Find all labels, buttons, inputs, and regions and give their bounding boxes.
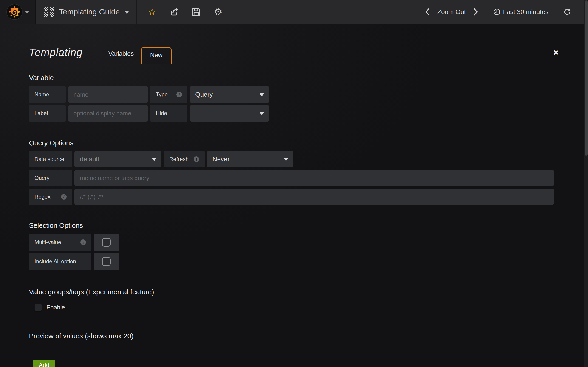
regex-row: Regex i [29, 189, 565, 205]
value-groups-heading: Value groups/tags (Experimental feature) [29, 288, 565, 296]
include-all-row: Include All option [29, 253, 565, 270]
hide-label-text: Hide [156, 110, 167, 117]
regex-label-text: Regex [35, 194, 50, 200]
refresh-select[interactable]: Never [207, 151, 293, 167]
page-title: Templating [21, 46, 101, 58]
templating-form: Variable Name Type i Query Label Hide Qu… [21, 74, 565, 367]
gear-icon: ⚙ [214, 7, 223, 17]
datasource-select-value: default [80, 156, 99, 163]
navbar-actions: ☆ ⚙ [137, 0, 225, 24]
chevron-left-icon [424, 8, 431, 16]
close-icon[interactable]: ✖ [553, 49, 559, 56]
variable-section-heading: Variable [29, 74, 565, 82]
variable-name-row: Name Type i Query [29, 86, 565, 103]
dashboard-grid-icon [44, 7, 54, 17]
include-all-checkbox-container [94, 253, 119, 270]
time-shift-left-button[interactable] [424, 8, 431, 16]
regex-input[interactable] [74, 189, 554, 205]
tab-new[interactable]: New [141, 47, 172, 64]
regex-label: Regex i [29, 189, 72, 205]
multi-value-checkbox-container [94, 234, 119, 251]
enable-checkbox[interactable] [35, 304, 42, 311]
type-select[interactable]: Query [190, 86, 269, 103]
tabs: Variables New [101, 46, 172, 64]
hide-select[interactable] [190, 105, 269, 122]
add-button[interactable]: Add [33, 360, 55, 367]
datasource-row: Data source default Refresh i Never [29, 151, 565, 167]
multi-value-label: Multi-value i [29, 234, 91, 251]
query-options-heading: Query Options [29, 139, 565, 147]
variable-label-row: Label Hide [29, 105, 565, 122]
label-input[interactable] [68, 105, 148, 122]
label-label: Label [29, 105, 66, 122]
refresh-icon [563, 8, 571, 16]
dashboard-title: Templating Guide [59, 8, 120, 16]
settings-button[interactable]: ⚙ [213, 5, 223, 19]
include-all-label: Include All option [29, 253, 91, 270]
navbar-time-controls: Zoom Out Last 30 minutes [424, 0, 588, 24]
title-caret-icon [125, 11, 129, 14]
favorite-star-button[interactable]: ☆ [147, 5, 157, 19]
include-all-checkbox[interactable] [102, 257, 111, 266]
name-input[interactable] [68, 86, 148, 103]
type-select-value: Query [195, 91, 213, 98]
type-label: Type i [150, 86, 187, 103]
datasource-select[interactable]: default [74, 151, 162, 167]
time-range-picker[interactable]: Last 30 minutes [493, 8, 548, 16]
enable-label: Enable [46, 304, 65, 311]
templating-panel: Templating Variables New ✖ Variable Name… [21, 24, 565, 367]
scrollbar-thumb[interactable] [585, 0, 588, 156]
query-row: Query [29, 170, 565, 186]
preview-heading: Preview of values (shows max 20) [29, 332, 565, 340]
zoom-out-button[interactable]: Zoom Out [437, 8, 466, 16]
logo-caret-icon [25, 11, 29, 14]
query-input[interactable] [74, 170, 554, 186]
hide-label: Hide [150, 105, 187, 122]
type-info-icon[interactable]: i [176, 92, 182, 97]
multi-value-info-icon[interactable]: i [80, 240, 86, 245]
multi-value-label-text: Multi-value [35, 239, 61, 245]
grafana-logo-menu[interactable] [0, 0, 36, 24]
star-icon: ☆ [148, 7, 156, 17]
scrollbar-track[interactable] [584, 0, 588, 367]
refresh-button[interactable] [563, 8, 571, 16]
save-icon [191, 7, 201, 17]
time-shift-right-button[interactable] [473, 8, 479, 16]
share-button[interactable] [169, 5, 179, 19]
clock-icon [493, 8, 500, 15]
selection-options-heading: Selection Options [29, 222, 565, 229]
navbar: Templating Guide ☆ ⚙ [0, 0, 588, 24]
share-icon [169, 7, 179, 17]
templating-header: Templating Variables New ✖ [21, 24, 565, 64]
refresh-info-icon[interactable]: i [194, 156, 199, 162]
multi-value-checkbox[interactable] [102, 238, 111, 247]
time-range-label: Last 30 minutes [503, 8, 548, 16]
enable-row: Enable [35, 304, 565, 311]
chevron-right-icon [473, 8, 479, 16]
tab-variables[interactable]: Variables [101, 46, 141, 64]
grafana-logo-icon [6, 4, 23, 20]
name-label: Name [29, 86, 66, 103]
dashboard-title-menu[interactable]: Templating Guide [36, 0, 137, 24]
save-button[interactable] [191, 5, 201, 19]
regex-info-icon[interactable]: i [61, 194, 67, 200]
datasource-label: Data source [29, 151, 72, 167]
refresh-label-text: Refresh [169, 156, 189, 162]
query-label: Query [29, 170, 72, 186]
refresh-label: Refresh i [164, 151, 205, 167]
refresh-select-value: Never [212, 156, 230, 163]
multi-value-row: Multi-value i [29, 234, 565, 251]
type-label-text: Type [156, 91, 168, 98]
